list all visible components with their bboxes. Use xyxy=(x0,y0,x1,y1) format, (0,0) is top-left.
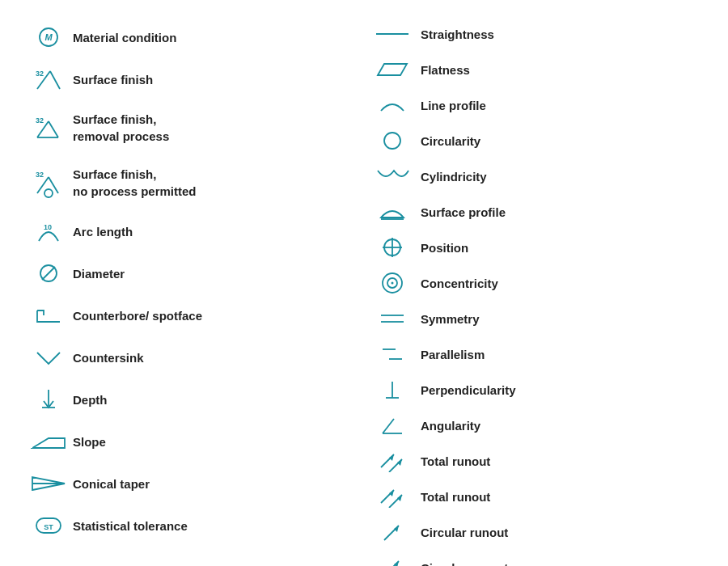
row-slope: Slope xyxy=(24,420,364,463)
symbol-total-runout-1 xyxy=(364,450,421,472)
label-perpendicularity: Perpendicularity xyxy=(421,383,704,397)
symbol-circularity xyxy=(364,129,421,152)
svg-line-40 xyxy=(383,419,394,433)
symbol-depth xyxy=(24,386,73,412)
label-position: Position xyxy=(421,241,704,255)
symbol-symmetry xyxy=(364,310,421,327)
symbol-slope xyxy=(24,430,73,453)
row-cylindricity: Cylindricity xyxy=(364,158,704,194)
symbol-flatness xyxy=(364,61,421,78)
label-circularity: Circularity xyxy=(421,134,704,148)
label-surface-finish-removal: Surface finish,removal process xyxy=(73,111,364,145)
svg-marker-46 xyxy=(389,490,394,496)
symbol-concentricity xyxy=(364,270,421,296)
label-straightness: Straightness xyxy=(421,27,704,41)
svg-marker-48 xyxy=(397,495,402,501)
symbol-surface-finish: 32 xyxy=(24,66,73,92)
symbol-surface-profile xyxy=(364,201,421,222)
svg-text:10: 10 xyxy=(44,223,52,231)
svg-text:32: 32 xyxy=(36,171,44,179)
label-statistical-tolerance: Statistical tolerance xyxy=(73,517,364,534)
label-parallelism: Parallelism xyxy=(421,348,704,361)
svg-marker-44 xyxy=(397,459,402,466)
row-circularity: Circularity xyxy=(364,123,704,158)
left-column: M Material condition 32 Surface finish 3… xyxy=(24,16,364,550)
label-slope: Slope xyxy=(73,433,364,450)
symbol-straightness xyxy=(364,29,421,39)
label-circular-runout-1: Circular runout xyxy=(421,526,704,539)
symbol-position xyxy=(364,236,421,259)
row-statistical-tolerance: ST Statistical tolerance xyxy=(24,505,364,547)
symbol-circular-runout-2 xyxy=(364,556,421,566)
right-column: Straightness Flatness Line profile xyxy=(364,16,704,550)
row-circular-runout-2: Circular runout xyxy=(364,550,704,566)
label-symmetry: Symmetry xyxy=(421,312,704,326)
row-symmetry: Symmetry xyxy=(364,301,704,336)
svg-marker-50 xyxy=(394,526,399,532)
row-surface-finish-removal: 32 Surface finish,removal process xyxy=(24,100,364,155)
svg-text:M: M xyxy=(44,32,53,42)
label-depth: Depth xyxy=(73,391,364,408)
label-surface-finish-no-process: Surface finish,no process permitted xyxy=(73,166,364,200)
svg-line-15 xyxy=(42,267,55,280)
symbol-perpendicularity xyxy=(364,377,421,403)
label-surface-profile: Surface profile xyxy=(421,205,704,219)
svg-marker-42 xyxy=(389,454,394,461)
symbol-statistical-tolerance: ST xyxy=(24,514,73,537)
row-surface-finish-no-process: 32 Surface finish,no process permitted xyxy=(24,155,364,210)
svg-line-4 xyxy=(50,71,60,89)
svg-text:ST: ST xyxy=(44,523,53,531)
row-total-runout-2: Total runout xyxy=(364,479,704,514)
label-countersink: Countersink xyxy=(73,349,364,366)
label-diameter: Diameter xyxy=(73,265,364,282)
label-flatness: Flatness xyxy=(421,63,704,77)
svg-line-11 xyxy=(49,177,58,193)
symbol-countersink xyxy=(24,346,73,369)
label-material-condition: Material condition xyxy=(73,29,364,46)
label-total-runout-2: Total runout xyxy=(421,490,704,504)
row-circular-runout-1: Circular runout xyxy=(364,514,704,550)
svg-marker-18 xyxy=(32,438,65,448)
symbol-angularity xyxy=(364,414,421,437)
label-concentricity: Concentricity xyxy=(421,277,704,290)
row-concentricity: Concentricity xyxy=(364,265,704,301)
row-surface-profile: Surface profile xyxy=(364,194,704,230)
row-conical-taper: Conical taper xyxy=(24,463,364,505)
svg-marker-24 xyxy=(378,64,407,75)
label-total-runout-1: Total runout xyxy=(421,454,704,468)
label-counterbore: Counterbore/ spotface xyxy=(73,307,364,324)
row-arc-length: 10 Arc length xyxy=(24,210,364,252)
symbol-total-runout-2 xyxy=(364,485,421,508)
symbol-arc-length: 10 xyxy=(24,218,73,244)
row-diameter: Diameter xyxy=(24,252,364,294)
label-circular-runout-2: Circular runout xyxy=(421,561,704,567)
symbol-surface-finish-removal: 32 xyxy=(24,113,73,142)
symbol-surface-finish-no-process: 32 xyxy=(24,167,73,198)
row-countersink: Countersink xyxy=(24,336,364,378)
svg-text:32: 32 xyxy=(36,70,44,78)
label-arc-length: Arc length xyxy=(73,223,364,240)
svg-point-12 xyxy=(44,189,53,197)
symbol-circular-runout-1 xyxy=(364,521,421,543)
symbol-diameter xyxy=(24,262,73,285)
label-angularity: Angularity xyxy=(421,419,704,433)
symbol-counterbore xyxy=(24,304,73,327)
row-flatness: Flatness xyxy=(364,52,704,87)
row-straightness: Straightness xyxy=(364,16,704,52)
svg-point-32 xyxy=(392,282,394,285)
row-parallelism: Parallelism xyxy=(364,336,704,372)
row-perpendicularity: Perpendicularity xyxy=(364,372,704,408)
symbol-line-profile xyxy=(364,96,421,114)
row-counterbore: Counterbore/ spotface xyxy=(24,294,364,336)
svg-point-25 xyxy=(384,133,400,149)
row-line-profile: Line profile xyxy=(364,87,704,123)
symbol-cylindricity xyxy=(364,167,421,185)
svg-line-7 xyxy=(49,121,58,137)
label-line-profile: Line profile xyxy=(421,99,704,112)
svg-text:32: 32 xyxy=(36,116,44,125)
label-conical-taper: Conical taper xyxy=(73,475,364,492)
symbol-parallelism xyxy=(364,343,421,365)
symbol-material-condition: M xyxy=(24,26,73,49)
symbol-conical-taper xyxy=(24,472,73,495)
svg-line-10 xyxy=(37,177,49,193)
